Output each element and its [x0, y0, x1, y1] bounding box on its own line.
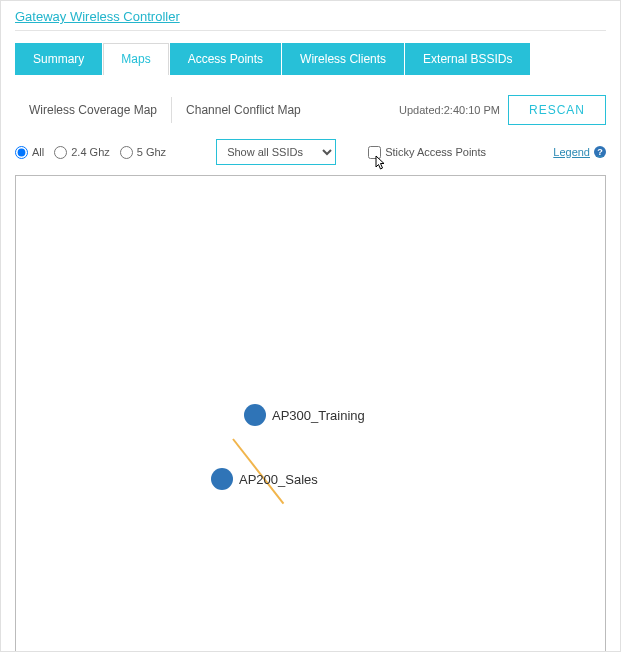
sticky-checkbox[interactable]: Sticky Access Points [368, 146, 486, 159]
ap-node-training[interactable]: AP300_Training [244, 404, 365, 426]
radio-5ghz[interactable]: 5 Ghz [120, 146, 166, 159]
radio-all-label: All [32, 146, 44, 158]
radio-5ghz-label: 5 Ghz [137, 146, 166, 158]
help-icon: ? [594, 146, 606, 158]
band-radio-group: All 2.4 Ghz 5 Ghz [15, 146, 166, 159]
toolbar: Wireless Coverage Map Channel Conflict M… [15, 95, 606, 125]
radio-all[interactable]: All [15, 146, 44, 159]
coverage-map-canvas[interactable]: AP300_Training AP200_Sales [15, 175, 606, 652]
legend-label: Legend [553, 146, 590, 158]
subtab-channel-conflict[interactable]: Channel Conflict Map [172, 97, 315, 123]
ssid-select[interactable]: Show all SSIDs [216, 139, 336, 165]
radio-all-input[interactable] [15, 146, 28, 159]
ap-dot-icon [211, 468, 233, 490]
updated-status: Updated:2:40:10 PM [399, 104, 500, 116]
tab-wireless-clients[interactable]: Wireless Clients [282, 43, 404, 75]
ap-dot-icon [244, 404, 266, 426]
sticky-checkbox-input[interactable] [368, 146, 381, 159]
filter-row: All 2.4 Ghz 5 Ghz Show all SSIDs Sticky … [15, 139, 606, 165]
radio-5ghz-input[interactable] [120, 146, 133, 159]
updated-time: 2:40:10 PM [444, 104, 500, 116]
tab-summary[interactable]: Summary [15, 43, 102, 75]
ap-node-sales[interactable]: AP200_Sales [211, 468, 318, 490]
radio-24ghz-input[interactable] [54, 146, 67, 159]
updated-label: Updated: [399, 104, 444, 116]
tab-external-bssids[interactable]: External BSSIDs [405, 43, 530, 75]
sticky-checkbox-label: Sticky Access Points [385, 146, 486, 158]
subtab-coverage-map[interactable]: Wireless Coverage Map [15, 97, 172, 123]
legend-link[interactable]: Legend ? [553, 146, 606, 158]
tab-access-points[interactable]: Access Points [170, 43, 281, 75]
ap-node-label: AP200_Sales [239, 472, 318, 487]
radio-24ghz-label: 2.4 Ghz [71, 146, 110, 158]
header-divider [15, 30, 606, 31]
sub-tabs: Wireless Coverage Map Channel Conflict M… [15, 97, 315, 123]
radio-24ghz[interactable]: 2.4 Ghz [54, 146, 110, 159]
rescan-button[interactable]: RESCAN [508, 95, 606, 125]
ap-node-label: AP300_Training [272, 408, 365, 423]
main-tabs: Summary Maps Access Points Wireless Clie… [15, 43, 606, 75]
page-title-link[interactable]: Gateway Wireless Controller [1, 1, 194, 27]
tab-maps[interactable]: Maps [103, 43, 168, 75]
